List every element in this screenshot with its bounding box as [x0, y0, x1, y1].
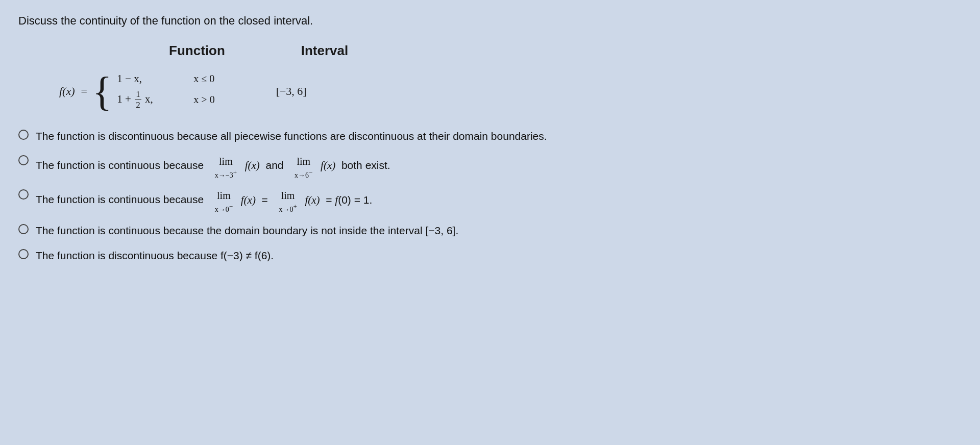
case2-suffix: x, — [145, 92, 153, 105]
option-c-text: The function is continuous because lim x… — [36, 188, 372, 213]
option-d-text: The function is continuous because the d… — [36, 222, 458, 239]
option-b-mid2: f(x) both exist. — [317, 159, 390, 171]
options-container: The function is discontinuous because al… — [18, 128, 962, 264]
option-b-prefix: The function is continuous because — [36, 159, 210, 171]
radio-e[interactable] — [18, 249, 29, 259]
option-b-mid1: f(x) and — [242, 159, 289, 171]
fraction-numerator: 1 — [135, 89, 141, 100]
limit-expr-b2: lim x→6− — [295, 154, 312, 179]
piecewise-cases: 1 − x, x ≤ 0 1 + 1 2 x, x > 0 — [117, 72, 214, 111]
lim-c2-sub: x→0+ — [279, 203, 297, 213]
equals-sign: = — [81, 85, 87, 98]
option-e[interactable]: The function is discontinuous because f(… — [18, 248, 962, 264]
radio-c[interactable] — [18, 189, 29, 200]
limit-expr-b1: lim x→−3+ — [215, 154, 237, 179]
content-table: Function Interval f(x) = { 1 − x, x ≤ 0 … — [18, 43, 962, 112]
option-c-mid2: f(x) = f(0) = 1. — [302, 194, 373, 206]
lim-b1-sub: x→−3+ — [215, 169, 237, 179]
case-line-1: 1 − x, x ≤ 0 — [117, 72, 214, 85]
header-function: Function — [120, 43, 274, 59]
function-row: f(x) = { 1 − x, x ≤ 0 1 + 1 2 — [59, 71, 962, 112]
option-a[interactable]: The function is discontinuous because al… — [18, 128, 962, 144]
big-brace: { — [92, 71, 112, 112]
header-interval: Interval — [274, 43, 376, 59]
lim-b2-sub: x→6− — [295, 169, 312, 179]
lim-c1-top: lim — [217, 188, 231, 203]
radio-a[interactable] — [18, 130, 29, 140]
interval-value: [−3, 6] — [276, 85, 307, 98]
case1-condition: x ≤ 0 — [193, 73, 214, 85]
lim-c1-sub: x→0− — [215, 203, 233, 213]
lim-c2-top: lim — [281, 188, 295, 203]
page-container: Discuss the continuity of the function o… — [0, 0, 980, 445]
case2-condition: x > 0 — [193, 94, 214, 106]
limit-expr-c1: lim x→0− — [215, 188, 233, 213]
case2-prefix: 1 + — [117, 92, 131, 105]
lim-b2-top: lim — [297, 154, 310, 169]
option-c-prefix: The function is continuous because — [36, 194, 210, 206]
fraction-denominator: 2 — [135, 100, 141, 110]
function-name: f(x) — [59, 85, 75, 98]
case1-expr: 1 − x, — [117, 72, 178, 85]
option-b-text: The function is continuous because lim x… — [36, 154, 390, 179]
radio-d[interactable] — [18, 224, 29, 234]
option-c-mid1: f(x) = — [238, 194, 274, 206]
fraction: 1 2 — [135, 89, 141, 111]
lim-b1-top: lim — [219, 154, 233, 169]
brace-container: { 1 − x, x ≤ 0 1 + 1 2 x, — [92, 71, 256, 112]
case2-expr: 1 + 1 2 x, — [117, 89, 178, 111]
radio-b[interactable] — [18, 155, 29, 165]
option-d[interactable]: The function is continuous because the d… — [18, 222, 962, 239]
question-text: Discuss the continuity of the function o… — [18, 14, 962, 28]
table-headers: Function Interval — [120, 43, 962, 59]
case-line-2: 1 + 1 2 x, x > 0 — [117, 89, 214, 111]
option-e-text: The function is discontinuous because f(… — [36, 248, 274, 264]
option-b[interactable]: The function is continuous because lim x… — [18, 154, 962, 179]
limit-expr-c2: lim x→0+ — [279, 188, 297, 213]
option-a-text: The function is discontinuous because al… — [36, 128, 547, 144]
option-c[interactable]: The function is continuous because lim x… — [18, 188, 962, 213]
